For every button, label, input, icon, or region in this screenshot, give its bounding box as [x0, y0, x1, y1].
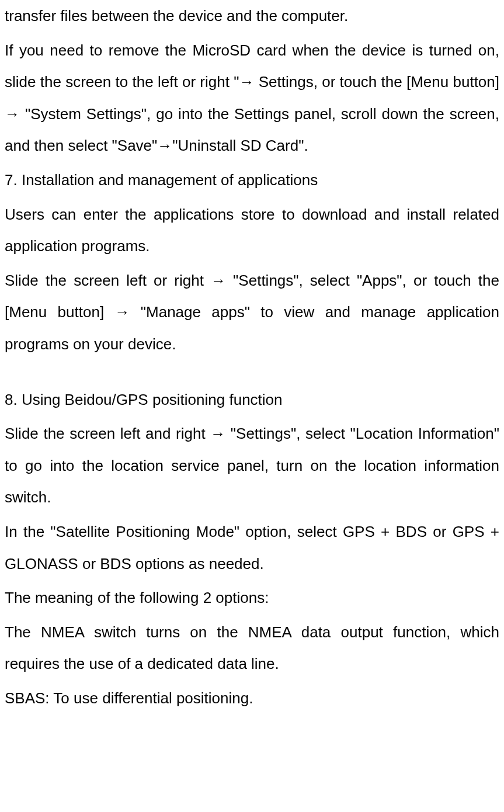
heading-text: 7. Installation and management of applic…	[5, 171, 318, 189]
text-part: Slide the screen left and right	[5, 425, 210, 442]
text-content: The NMEA switch turns on the NMEA data o…	[5, 623, 499, 673]
paragraph-remove-microsd: If you need to remove the MicroSD card w…	[5, 34, 499, 162]
text-content: transfer files between the device and th…	[5, 7, 348, 25]
heading-section-7: 7. Installation and management of applic…	[5, 164, 499, 196]
arrow-icon: →	[239, 73, 254, 91]
text-part: Slide the screen left or right	[5, 272, 211, 289]
text-part: "Uninstall SD Card".	[172, 137, 308, 154]
text-content: In the "Satellite Positioning Mode" opti…	[5, 523, 499, 572]
paragraph-manage-apps: Slide the screen left or right → "Settin…	[5, 265, 499, 360]
text-content: The meaning of the following 2 options:	[5, 589, 269, 606]
heading-section-8: 8. Using Beidou/GPS positioning function	[5, 384, 499, 416]
arrow-icon: →	[211, 272, 226, 289]
arrow-icon: →	[5, 105, 20, 123]
text-content: Users can enter the applications store t…	[5, 206, 499, 255]
paragraph-location-settings: Slide the screen left and right → "Setti…	[5, 418, 499, 513]
heading-text: 8. Using Beidou/GPS positioning function	[5, 391, 283, 408]
paragraph-transfer-files: transfer files between the device and th…	[5, 0, 499, 32]
paragraph-nmea-switch: The NMEA switch turns on the NMEA data o…	[5, 616, 499, 680]
arrow-icon: →	[114, 303, 130, 321]
arrow-icon: →	[157, 137, 172, 154]
paragraph-options-intro: The meaning of the following 2 options:	[5, 582, 499, 614]
arrow-icon: →	[210, 425, 225, 442]
paragraph-app-store: Users can enter the applications store t…	[5, 199, 499, 262]
paragraph-satellite-mode: In the "Satellite Positioning Mode" opti…	[5, 516, 499, 579]
paragraph-sbas: SBAS: To use differential positioning.	[5, 682, 499, 714]
text-part: Settings, or touch the [Menu button]	[254, 73, 499, 91]
text-content: SBAS: To use differential positioning.	[5, 689, 253, 707]
